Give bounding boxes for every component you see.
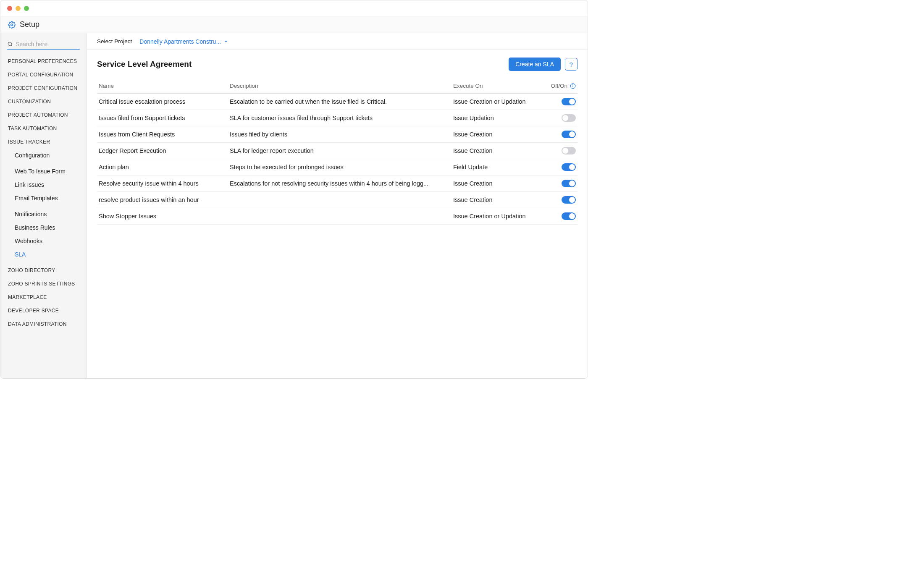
header-bar: Setup xyxy=(0,16,588,33)
cell-execute-on: Issue Creation or Updation xyxy=(453,213,537,220)
cell-description: Issues filed by clients xyxy=(230,131,448,138)
sidebar-section[interactable]: CUSTOMIZATION xyxy=(0,95,87,108)
cell-description: SLA for customer issues filed through Su… xyxy=(230,115,448,121)
svg-line-2 xyxy=(11,45,13,47)
sidebar-item[interactable]: Web To Issue Form xyxy=(0,165,87,178)
cell-description: Escalation to be carried out when the is… xyxy=(230,98,448,105)
info-icon[interactable] xyxy=(570,83,576,89)
content-actions: Create an SLA ? xyxy=(509,58,578,71)
cell-toggle xyxy=(542,180,576,187)
body-wrap: PERSONAL PREFERENCESPORTAL CONFIGURATION… xyxy=(0,33,588,378)
table-row[interactable]: Resolve security issue within 4 hoursEsc… xyxy=(97,175,578,192)
cell-name: Critical issue escalation process xyxy=(99,98,225,105)
gear-icon xyxy=(8,21,16,29)
sidebar-section[interactable]: PROJECT CONFIGURATION xyxy=(0,81,87,95)
cell-description: Steps to be executed for prolonged issue… xyxy=(230,164,448,170)
cell-name: Ledger Report Execution xyxy=(99,147,225,154)
table-header-row: Name Description Execute On Off/On xyxy=(97,79,578,94)
app-window: Setup PERSONAL PREFERENCESPORTAL CONFIGU… xyxy=(0,0,588,379)
cell-toggle xyxy=(542,114,576,122)
cell-name: Issues from Client Requests xyxy=(99,131,225,138)
cell-execute-on: Issue Creation xyxy=(453,131,537,138)
search-icon xyxy=(7,41,13,47)
project-selector-bar: Select Project Donnelly Apartments Const… xyxy=(87,33,588,50)
help-button[interactable]: ? xyxy=(565,58,578,71)
cell-name: Show Stopper Issues xyxy=(99,213,225,220)
sidebar-item[interactable]: Configuration xyxy=(0,149,87,162)
sidebar-section[interactable]: ISSUE TRACKER xyxy=(0,135,87,149)
toggle-switch[interactable] xyxy=(562,147,576,154)
toggle-switch[interactable] xyxy=(562,163,576,171)
col-name: Name xyxy=(99,83,225,89)
sidebar-item[interactable]: Link Issues xyxy=(0,178,87,191)
cell-toggle xyxy=(542,196,576,204)
cell-name: Resolve security issue within 4 hours xyxy=(99,180,225,187)
sidebar-item[interactable]: SLA xyxy=(0,248,87,261)
table-row[interactable]: Ledger Report ExecutionSLA for ledger re… xyxy=(97,143,578,159)
sidebar-section[interactable]: PROJECT AUTOMATION xyxy=(0,108,87,122)
sidebar-item[interactable]: Notifications xyxy=(0,207,87,221)
cell-description: SLA for ledger report execution xyxy=(230,147,448,154)
col-off-on: Off/On xyxy=(542,83,576,89)
cell-toggle xyxy=(542,131,576,138)
col-execute-on: Execute On xyxy=(453,83,537,89)
search-input[interactable] xyxy=(16,41,80,47)
content: Service Level Agreement Create an SLA ? … xyxy=(87,50,588,378)
cell-execute-on: Issue Updation xyxy=(453,115,537,121)
sidebar-section[interactable]: MARKETPLACE xyxy=(0,291,87,304)
search-wrap xyxy=(0,39,87,55)
sidebar-nav: PERSONAL PREFERENCESPORTAL CONFIGURATION… xyxy=(0,55,87,331)
sidebar-section[interactable]: ZOHO SPRINTS SETTINGS xyxy=(0,277,87,291)
table-row[interactable]: Show Stopper IssuesIssue Creation or Upd… xyxy=(97,208,578,225)
project-label: Select Project xyxy=(97,38,132,45)
cell-toggle xyxy=(542,163,576,171)
col-off-on-label: Off/On xyxy=(551,83,567,89)
table-row[interactable]: Issues filed from Support ticketsSLA for… xyxy=(97,110,578,126)
create-sla-button[interactable]: Create an SLA xyxy=(509,58,561,71)
table-row[interactable]: Issues from Client RequestsIssues filed … xyxy=(97,126,578,143)
project-dropdown[interactable]: Donnelly Apartments Constru... xyxy=(139,38,228,45)
content-header: Service Level Agreement Create an SLA ? xyxy=(97,58,578,71)
window-close-button[interactable] xyxy=(7,6,12,11)
cell-name: resolve product issues within an hour xyxy=(99,196,225,203)
cell-name: Action plan xyxy=(99,164,225,170)
window-minimize-button[interactable] xyxy=(16,6,21,11)
cell-name: Issues filed from Support tickets xyxy=(99,115,225,121)
sidebar-section[interactable]: TASK AUTOMATION xyxy=(0,122,87,135)
toggle-switch[interactable] xyxy=(562,98,576,105)
table-body: Critical issue escalation processEscalat… xyxy=(97,94,578,225)
sidebar: PERSONAL PREFERENCESPORTAL CONFIGURATION… xyxy=(0,33,87,378)
cell-description: Escalations for not resolving security i… xyxy=(230,180,448,187)
svg-point-5 xyxy=(572,84,573,85)
cell-execute-on: Issue Creation or Updation xyxy=(453,98,537,105)
sidebar-section[interactable]: PERSONAL PREFERENCES xyxy=(0,55,87,68)
sidebar-item[interactable]: Email Templates xyxy=(0,191,87,205)
search-field-wrap[interactable] xyxy=(7,39,80,50)
toggle-switch[interactable] xyxy=(562,180,576,187)
cell-execute-on: Issue Creation xyxy=(453,180,537,187)
svg-point-0 xyxy=(11,24,13,26)
col-description: Description xyxy=(230,83,448,89)
toggle-switch[interactable] xyxy=(562,131,576,138)
sidebar-section[interactable]: DEVELOPER SPACE xyxy=(0,304,87,317)
table-row[interactable]: Critical issue escalation processEscalat… xyxy=(97,94,578,110)
window-maximize-button[interactable] xyxy=(24,6,29,11)
svg-point-1 xyxy=(8,42,11,45)
toggle-switch[interactable] xyxy=(562,212,576,220)
sidebar-section[interactable]: DATA ADMINISTRATION xyxy=(0,317,87,331)
titlebar xyxy=(0,0,588,16)
cell-execute-on: Issue Creation xyxy=(453,196,537,203)
sidebar-section[interactable]: PORTAL CONFIGURATION xyxy=(0,68,87,81)
page-title: Setup xyxy=(20,20,39,29)
sidebar-item[interactable]: Webhooks xyxy=(0,234,87,248)
toggle-switch[interactable] xyxy=(562,196,576,204)
chevron-down-icon xyxy=(224,40,228,43)
table-row[interactable]: Action planSteps to be executed for prol… xyxy=(97,159,578,175)
sidebar-section[interactable]: ZOHO DIRECTORY xyxy=(0,264,87,277)
cell-execute-on: Field Update xyxy=(453,164,537,170)
cell-toggle xyxy=(542,212,576,220)
table-row[interactable]: resolve product issues within an hourIss… xyxy=(97,192,578,208)
toggle-switch[interactable] xyxy=(562,114,576,122)
sla-table: Name Description Execute On Off/On Criti… xyxy=(97,79,578,225)
sidebar-item[interactable]: Business Rules xyxy=(0,221,87,234)
